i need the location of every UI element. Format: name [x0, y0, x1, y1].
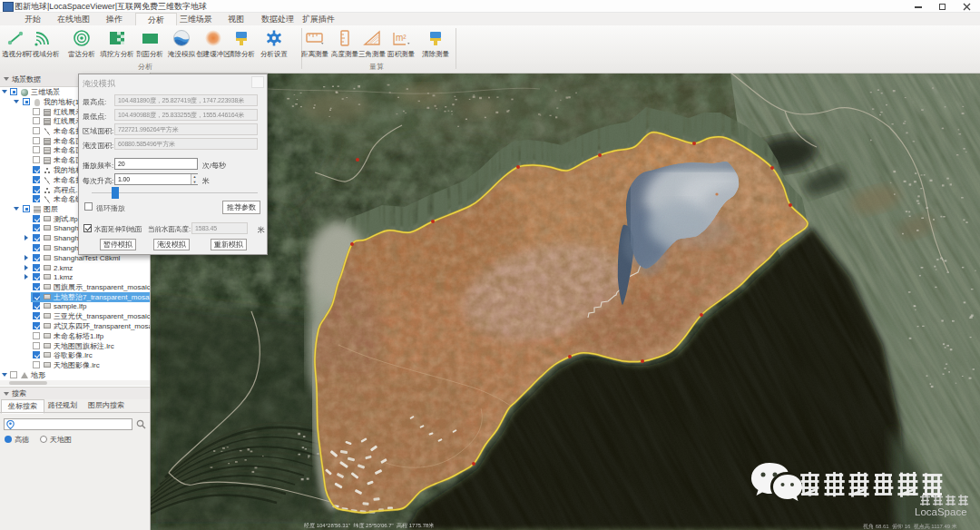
- svg-text:m²: m²: [396, 33, 407, 43]
